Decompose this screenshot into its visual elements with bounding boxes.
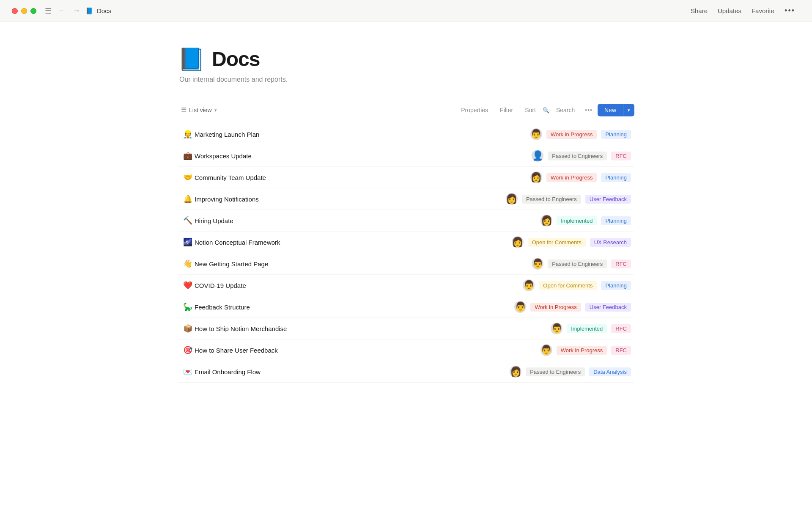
item-emoji: 🔨 bbox=[181, 216, 195, 225]
more-options-button[interactable]: ••• bbox=[582, 105, 596, 116]
tag[interactable]: Implemented bbox=[557, 216, 597, 225]
page-title: Docs bbox=[212, 47, 260, 71]
tag[interactable]: Work in Progress bbox=[546, 173, 597, 182]
tag[interactable]: User Feedback bbox=[585, 303, 631, 312]
tag[interactable]: Open for Comments bbox=[528, 238, 586, 247]
back-icon[interactable]: ← bbox=[58, 6, 66, 15]
minimize-button[interactable] bbox=[21, 8, 27, 14]
list-item[interactable]: ❤️COVID-19 Update👨Open for CommentsPlann… bbox=[178, 275, 634, 296]
tag[interactable]: Planning bbox=[601, 216, 631, 225]
toolbar-right: Properties Filter Sort 🔍 Search ••• New … bbox=[456, 104, 634, 116]
item-right: 👨ImplementedRFC bbox=[551, 323, 631, 334]
tag[interactable]: Passed to Engineers bbox=[548, 152, 607, 160]
forward-icon[interactable]: → bbox=[73, 6, 80, 15]
avatar: 👨 bbox=[551, 323, 562, 334]
item-emoji: 💼 bbox=[181, 151, 195, 160]
list-item[interactable]: 💌Email Onboarding Flow👩Passed to Enginee… bbox=[178, 361, 634, 383]
item-right: 👩ImplementedPlanning bbox=[540, 215, 631, 226]
item-title: Email Onboarding Flow bbox=[195, 368, 510, 375]
item-emoji: ❤️ bbox=[181, 281, 195, 290]
list-view-icon: ☰ bbox=[181, 106, 187, 114]
tag[interactable]: User Feedback bbox=[585, 195, 631, 204]
tag[interactable]: Passed to Engineers bbox=[548, 260, 607, 268]
tag[interactable]: Passed to Engineers bbox=[526, 367, 585, 376]
toolbar: ☰ List view ▾ Properties Filter Sort 🔍 S… bbox=[178, 100, 634, 120]
list-item[interactable]: 🤝Community Team Update👩Work in ProgressP… bbox=[178, 167, 634, 188]
tag[interactable]: Work in Progress bbox=[546, 130, 597, 139]
item-title: Feedback Structure bbox=[195, 304, 514, 311]
page-emoji: 📘 bbox=[178, 48, 205, 70]
item-title: Workspaces Update bbox=[195, 152, 532, 160]
maximize-button[interactable] bbox=[30, 8, 36, 14]
new-button-label[interactable]: New bbox=[598, 104, 623, 116]
item-title: Hiring Update bbox=[195, 217, 540, 224]
sort-button[interactable]: Sort bbox=[520, 105, 541, 116]
avatar: 👨 bbox=[523, 279, 535, 291]
titlebar-emoji: 📘 bbox=[85, 7, 93, 15]
page-header: 📘 Docs Our internal documents and report… bbox=[178, 47, 634, 83]
close-button[interactable] bbox=[12, 8, 18, 14]
tag[interactable]: Data Analysis bbox=[589, 367, 631, 376]
item-emoji: 💌 bbox=[181, 367, 195, 376]
item-title: Improving Notifications bbox=[195, 196, 506, 203]
page-title-row: 📘 Docs bbox=[178, 47, 634, 71]
tag[interactable]: Passed to Engineers bbox=[522, 195, 581, 204]
avatar: 👩 bbox=[506, 193, 518, 205]
tag[interactable]: Open for Comments bbox=[539, 281, 597, 290]
list-item[interactable]: 🔨Hiring Update👩ImplementedPlanning bbox=[178, 210, 634, 232]
item-emoji: 🦕 bbox=[181, 302, 195, 312]
tag[interactable]: Planning bbox=[601, 173, 631, 182]
main-content: 📘 Docs Our internal documents and report… bbox=[110, 22, 702, 417]
list-item[interactable]: 🦕Feedback Structure👨Work in ProgressUser… bbox=[178, 296, 634, 318]
avatar: 👤 bbox=[532, 150, 543, 162]
chevron-down-icon: ▾ bbox=[214, 108, 217, 113]
avatar: 👩 bbox=[512, 236, 524, 248]
new-button[interactable]: New ▾ bbox=[598, 104, 634, 116]
properties-button[interactable]: Properties bbox=[456, 105, 493, 116]
search-label[interactable]: Search bbox=[551, 105, 580, 116]
hamburger-icon[interactable]: ☰ bbox=[45, 6, 52, 16]
favorite-button[interactable]: Favorite bbox=[752, 7, 774, 14]
search-button[interactable]: 🔍 Search bbox=[543, 105, 580, 116]
avatar: 👨 bbox=[530, 128, 542, 140]
list-item[interactable]: 👋New Getting Started Page👨Passed to Engi… bbox=[178, 253, 634, 275]
list-item[interactable]: 💼Workspaces Update👤Passed to EngineersRF… bbox=[178, 145, 634, 167]
tag[interactable]: RFC bbox=[611, 260, 631, 268]
item-emoji: 📦 bbox=[181, 324, 195, 333]
list-view-button[interactable]: ☰ List view ▾ bbox=[178, 104, 220, 116]
updates-button[interactable]: Updates bbox=[718, 7, 741, 14]
tag[interactable]: UX Research bbox=[590, 238, 631, 247]
page-description: Our internal documents and reports. bbox=[179, 76, 634, 83]
tag[interactable]: RFC bbox=[611, 152, 631, 160]
new-btn-chevron[interactable]: ▾ bbox=[623, 105, 634, 116]
avatar: 👩 bbox=[510, 366, 521, 378]
list-container: 👷Marketing Launch Plan👨Work in ProgressP… bbox=[178, 124, 634, 383]
list-item[interactable]: 🎯How to Share User Feedback👨Work in Prog… bbox=[178, 340, 634, 361]
avatar: 👨 bbox=[540, 344, 552, 356]
tag[interactable]: Implemented bbox=[567, 324, 607, 333]
filter-button[interactable]: Filter bbox=[495, 105, 518, 116]
item-title: New Getting Started Page bbox=[195, 260, 532, 268]
more-button[interactable]: ••• bbox=[785, 6, 795, 15]
search-icon: 🔍 bbox=[543, 107, 549, 113]
item-emoji: 👋 bbox=[181, 259, 195, 268]
tag[interactable]: Planning bbox=[601, 281, 631, 290]
list-item[interactable]: 👷Marketing Launch Plan👨Work in ProgressP… bbox=[178, 124, 634, 145]
item-emoji: 👷 bbox=[181, 130, 195, 139]
toolbar-left: ☰ List view ▾ bbox=[178, 104, 220, 116]
item-emoji: 🌌 bbox=[181, 237, 195, 247]
tag[interactable]: Work in Progress bbox=[557, 346, 607, 355]
tag[interactable]: Planning bbox=[601, 130, 631, 139]
tag[interactable]: Work in Progress bbox=[530, 303, 581, 312]
avatar: 👩 bbox=[540, 215, 552, 226]
tag[interactable]: RFC bbox=[611, 346, 631, 355]
share-button[interactable]: Share bbox=[691, 7, 708, 14]
avatar: 👨 bbox=[514, 301, 526, 313]
list-item[interactable]: 🔔Improving Notifications👩Passed to Engin… bbox=[178, 188, 634, 210]
list-item[interactable]: 📦How to Ship Notion Merchandise👨Implemen… bbox=[178, 318, 634, 340]
item-right: 👩Open for CommentsUX Research bbox=[512, 236, 631, 248]
titlebar-title: 📘 Docs bbox=[85, 7, 111, 15]
item-title: Community Team Update bbox=[195, 174, 530, 181]
tag[interactable]: RFC bbox=[611, 324, 631, 333]
list-item[interactable]: 🌌Notion Conceptual Framework👩Open for Co… bbox=[178, 232, 634, 253]
